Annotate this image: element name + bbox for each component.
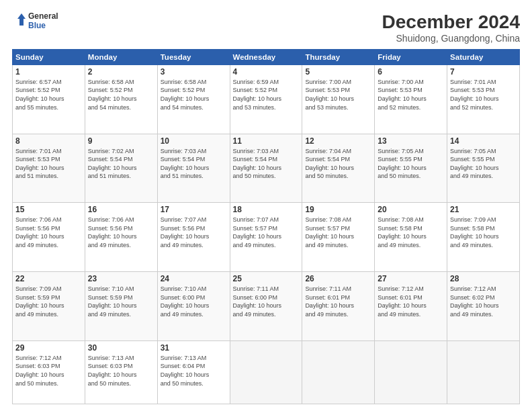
day-info: Sunrise: 7:02 AMSunset: 5:54 PMDaylight:… bbox=[88, 147, 154, 181]
day-info: Sunrise: 7:00 AMSunset: 5:53 PMDaylight:… bbox=[378, 78, 444, 111]
location-subtitle: Shuidong, Guangdong, China bbox=[382, 33, 520, 44]
calendar-cell: 3Sunrise: 6:58 AMSunset: 5:52 PMDaylight… bbox=[157, 64, 230, 134]
day-number: 20 bbox=[378, 205, 444, 214]
day-info: Sunrise: 7:11 AMSunset: 6:01 PMDaylight:… bbox=[305, 285, 371, 318]
day-info: Sunrise: 7:10 AMSunset: 5:59 PMDaylight:… bbox=[88, 285, 154, 318]
col-sunday: Sunday bbox=[13, 49, 85, 64]
day-info: Sunrise: 7:07 AMSunset: 5:57 PMDaylight:… bbox=[233, 216, 300, 249]
col-wednesday: Wednesday bbox=[230, 49, 302, 64]
day-number: 25 bbox=[233, 274, 300, 283]
calendar-cell: 22Sunrise: 7:09 AMSunset: 5:59 PMDayligh… bbox=[13, 272, 85, 341]
day-info: Sunrise: 7:08 AMSunset: 5:57 PMDaylight:… bbox=[305, 216, 371, 249]
col-monday: Monday bbox=[85, 49, 157, 64]
day-info: Sunrise: 7:05 AMSunset: 5:55 PMDaylight:… bbox=[378, 147, 444, 181]
logo-text-general: General bbox=[28, 12, 58, 21]
calendar-cell: 10Sunrise: 7:03 AMSunset: 5:54 PMDayligh… bbox=[157, 134, 230, 203]
day-number: 24 bbox=[161, 274, 227, 283]
day-info: Sunrise: 7:08 AMSunset: 5:58 PMDaylight:… bbox=[378, 216, 444, 249]
calendar-cell bbox=[230, 340, 302, 404]
day-info: Sunrise: 7:11 AMSunset: 6:00 PMDaylight:… bbox=[233, 285, 300, 318]
col-saturday: Saturday bbox=[447, 49, 520, 64]
day-info: Sunrise: 7:06 AMSunset: 5:56 PMDaylight:… bbox=[15, 216, 82, 249]
logo-container: General Blue bbox=[12, 12, 58, 31]
col-tuesday: Tuesday bbox=[157, 49, 230, 64]
calendar-table: Sunday Monday Tuesday Wednesday Thursday… bbox=[12, 49, 520, 404]
day-number: 12 bbox=[305, 136, 371, 146]
calendar-cell: 12Sunrise: 7:04 AMSunset: 5:54 PMDayligh… bbox=[302, 134, 375, 203]
header-row: Sunday Monday Tuesday Wednesday Thursday… bbox=[13, 49, 520, 64]
day-info: Sunrise: 6:58 AMSunset: 5:52 PMDaylight:… bbox=[88, 78, 154, 111]
title-section: December 2024 Shuidong, Guangdong, China bbox=[382, 12, 520, 44]
day-number: 3 bbox=[161, 67, 227, 77]
calendar-cell: 29Sunrise: 7:12 AMSunset: 6:03 PMDayligh… bbox=[13, 340, 85, 404]
day-number: 9 bbox=[88, 136, 154, 146]
col-thursday: Thursday bbox=[302, 49, 375, 64]
day-number: 17 bbox=[161, 205, 227, 214]
calendar-page: General Blue December 2024 Shuidong, Gua… bbox=[0, 0, 532, 411]
day-info: Sunrise: 6:58 AMSunset: 5:52 PMDaylight:… bbox=[161, 78, 227, 111]
calendar-cell: 13Sunrise: 7:05 AMSunset: 5:55 PMDayligh… bbox=[375, 134, 447, 203]
day-info: Sunrise: 7:12 AMSunset: 6:01 PMDaylight:… bbox=[378, 285, 444, 318]
day-number: 21 bbox=[450, 205, 517, 214]
day-number: 1 bbox=[15, 67, 82, 77]
day-number: 26 bbox=[305, 274, 371, 283]
calendar-cell bbox=[302, 340, 375, 404]
day-info: Sunrise: 7:06 AMSunset: 5:56 PMDaylight:… bbox=[88, 216, 154, 249]
header: General Blue December 2024 Shuidong, Gua… bbox=[12, 12, 520, 44]
day-info: Sunrise: 7:13 AMSunset: 6:04 PMDaylight:… bbox=[161, 354, 227, 387]
day-info: Sunrise: 7:03 AMSunset: 5:54 PMDaylight:… bbox=[233, 147, 300, 181]
day-info: Sunrise: 7:12 AMSunset: 6:02 PMDaylight:… bbox=[450, 285, 517, 318]
logo-text-blue: Blue bbox=[28, 21, 58, 31]
calendar-cell: 8Sunrise: 7:01 AMSunset: 5:53 PMDaylight… bbox=[13, 134, 85, 203]
day-number: 16 bbox=[88, 205, 154, 214]
calendar-cell: 17Sunrise: 7:07 AMSunset: 5:56 PMDayligh… bbox=[157, 203, 230, 272]
calendar-cell: 4Sunrise: 6:59 AMSunset: 5:52 PMDaylight… bbox=[230, 64, 302, 134]
calendar-cell: 11Sunrise: 7:03 AMSunset: 5:54 PMDayligh… bbox=[230, 134, 302, 203]
calendar-cell: 20Sunrise: 7:08 AMSunset: 5:58 PMDayligh… bbox=[375, 203, 447, 272]
day-number: 27 bbox=[378, 274, 444, 283]
day-number: 4 bbox=[233, 67, 300, 77]
day-number: 2 bbox=[88, 67, 154, 77]
calendar-cell: 15Sunrise: 7:06 AMSunset: 5:56 PMDayligh… bbox=[13, 203, 85, 272]
calendar-cell: 6Sunrise: 7:00 AMSunset: 5:53 PMDaylight… bbox=[375, 64, 447, 134]
day-info: Sunrise: 6:59 AMSunset: 5:52 PMDaylight:… bbox=[233, 78, 300, 111]
month-title: December 2024 bbox=[382, 12, 520, 33]
day-info: Sunrise: 7:13 AMSunset: 6:03 PMDaylight:… bbox=[88, 354, 154, 387]
calendar-cell: 7Sunrise: 7:01 AMSunset: 5:53 PMDaylight… bbox=[447, 64, 520, 134]
calendar-cell: 18Sunrise: 7:07 AMSunset: 5:57 PMDayligh… bbox=[230, 203, 302, 272]
calendar-cell: 5Sunrise: 7:00 AMSunset: 5:53 PMDaylight… bbox=[302, 64, 375, 134]
day-number: 5 bbox=[305, 67, 371, 77]
calendar-cell bbox=[447, 340, 520, 404]
calendar-cell: 16Sunrise: 7:06 AMSunset: 5:56 PMDayligh… bbox=[85, 203, 157, 272]
calendar-cell: 26Sunrise: 7:11 AMSunset: 6:01 PMDayligh… bbox=[302, 272, 375, 341]
day-info: Sunrise: 7:12 AMSunset: 6:03 PMDaylight:… bbox=[15, 354, 82, 387]
day-number: 7 bbox=[450, 67, 517, 77]
calendar-cell: 28Sunrise: 7:12 AMSunset: 6:02 PMDayligh… bbox=[447, 272, 520, 341]
day-info: Sunrise: 7:01 AMSunset: 5:53 PMDaylight:… bbox=[450, 78, 517, 111]
day-number: 8 bbox=[15, 136, 82, 146]
day-number: 23 bbox=[88, 274, 154, 283]
calendar-cell: 24Sunrise: 7:10 AMSunset: 6:00 PMDayligh… bbox=[157, 272, 230, 341]
day-number: 18 bbox=[233, 205, 300, 214]
day-number: 19 bbox=[305, 205, 371, 214]
calendar-cell: 27Sunrise: 7:12 AMSunset: 6:01 PMDayligh… bbox=[375, 272, 447, 341]
day-number: 29 bbox=[15, 343, 82, 353]
calendar-cell: 31Sunrise: 7:13 AMSunset: 6:04 PMDayligh… bbox=[157, 340, 230, 404]
day-info: Sunrise: 7:05 AMSunset: 5:55 PMDaylight:… bbox=[450, 147, 517, 181]
logo-bird-icon bbox=[12, 12, 27, 31]
calendar-cell: 21Sunrise: 7:09 AMSunset: 5:58 PMDayligh… bbox=[447, 203, 520, 272]
calendar-cell: 14Sunrise: 7:05 AMSunset: 5:55 PMDayligh… bbox=[447, 134, 520, 203]
day-number: 30 bbox=[88, 343, 154, 353]
calendar-cell: 2Sunrise: 6:58 AMSunset: 5:52 PMDaylight… bbox=[85, 64, 157, 134]
day-info: Sunrise: 7:09 AMSunset: 5:58 PMDaylight:… bbox=[450, 216, 517, 249]
day-info: Sunrise: 7:01 AMSunset: 5:53 PMDaylight:… bbox=[15, 147, 82, 181]
calendar-cell: 19Sunrise: 7:08 AMSunset: 5:57 PMDayligh… bbox=[302, 203, 375, 272]
day-number: 11 bbox=[233, 136, 300, 146]
day-number: 14 bbox=[450, 136, 517, 146]
calendar-cell: 9Sunrise: 7:02 AMSunset: 5:54 PMDaylight… bbox=[85, 134, 157, 203]
day-number: 13 bbox=[378, 136, 444, 146]
day-number: 15 bbox=[15, 205, 82, 214]
day-info: Sunrise: 7:04 AMSunset: 5:54 PMDaylight:… bbox=[305, 147, 371, 181]
day-info: Sunrise: 7:09 AMSunset: 5:59 PMDaylight:… bbox=[15, 285, 82, 318]
day-number: 10 bbox=[161, 136, 227, 146]
